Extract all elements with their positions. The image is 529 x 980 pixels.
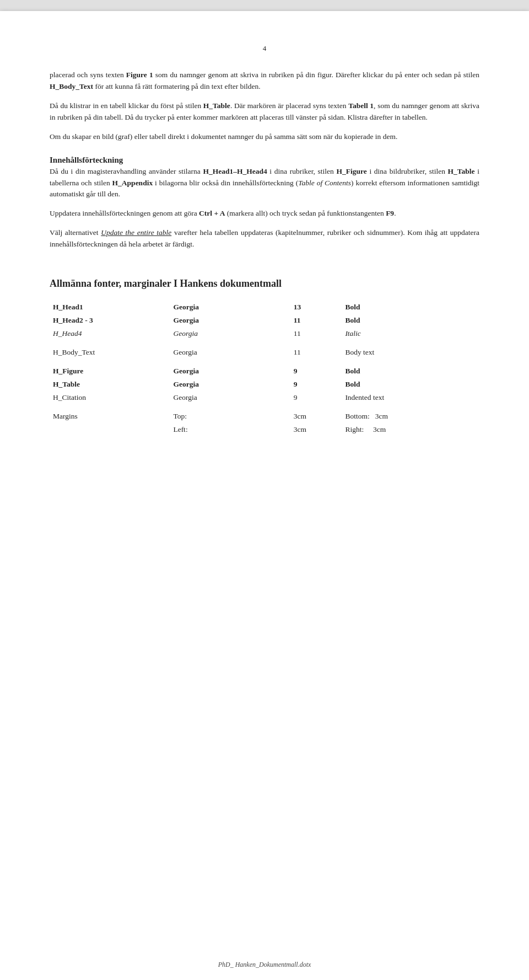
style-cell: H_Head2 - 3	[50, 314, 170, 327]
style-cell: H_Table	[50, 378, 170, 391]
margins-top-val: 3cm	[290, 404, 342, 423]
font-cell: Georgia	[170, 378, 290, 391]
font-cell: Georgia	[170, 327, 290, 340]
style-cell: H_Figure	[50, 359, 170, 378]
weight-cell: Bold	[342, 314, 479, 327]
page-number: 4	[50, 44, 479, 53]
section-heading-innehall: Innehållsförteckning	[50, 155, 479, 165]
size-cell: 9	[290, 378, 342, 391]
table-row-separator: H_Figure Georgia 9 Bold	[50, 359, 479, 378]
section-heading-text: Innehållsförteckning	[50, 156, 123, 164]
paragraph-6: Välj alternativet Update the entire tabl…	[50, 227, 479, 250]
table-row: H_Head1 Georgia 13 Bold	[50, 301, 479, 314]
weight-cell: Indented text	[342, 391, 479, 404]
table-row-separator: H_Body_Text Georgia 11 Body text	[50, 340, 479, 359]
margins-top-label: Top:	[170, 404, 290, 423]
weight-cell: Italic	[342, 327, 479, 340]
footer: PhD_ Hanken_Dokumentmall.dotx	[0, 961, 529, 969]
margins-left-val: 3cm	[290, 423, 342, 436]
table-row: H_Head4 Georgia 11 Italic	[50, 327, 479, 340]
font-cell: Georgia	[170, 391, 290, 404]
style-cell: H_Citation	[50, 391, 170, 404]
style-cell: H_Body_Text	[50, 340, 170, 359]
size-cell: 9	[290, 391, 342, 404]
style-cell: H_Head4	[50, 327, 170, 340]
document-page: 4 placerad och syns texten Figure 1 som …	[0, 11, 529, 980]
style-cell: H_Head1	[50, 301, 170, 314]
margins-label: Margins	[50, 404, 170, 423]
table-row: H_Table Georgia 9 Bold	[50, 378, 479, 391]
margins-empty	[50, 423, 170, 436]
margins-left-label: Left:	[170, 423, 290, 436]
font-cell: Georgia	[170, 340, 290, 359]
margins-right: Right: 3cm	[342, 423, 479, 436]
size-cell: 11	[290, 340, 342, 359]
table-row: H_Head2 - 3 Georgia 11 Bold	[50, 314, 479, 327]
paragraph-1: placerad och syns texten Figure 1 som du…	[50, 69, 479, 93]
font-cell: Georgia	[170, 301, 290, 314]
paragraph-3: Om du skapar en bild (graf) eller tabell…	[50, 131, 479, 143]
margins-row-2: Left: 3cm Right: 3cm	[50, 423, 479, 436]
margins-row: Margins Top: 3cm Bottom: 3cm	[50, 404, 479, 423]
font-cell: Georgia	[170, 314, 290, 327]
weight-cell: Bold	[342, 378, 479, 391]
font-cell: Georgia	[170, 359, 290, 378]
paragraph-5: Uppdatera innehållsförteckningen genom a…	[50, 208, 479, 219]
paragraph-2: Då du klistrar in en tabell klickar du f…	[50, 100, 479, 124]
weight-cell: Body text	[342, 340, 479, 359]
size-cell: 11	[290, 327, 342, 340]
paragraph-4: Då du i din magisteravhandling använder …	[50, 166, 479, 201]
weight-cell: Bold	[342, 359, 479, 378]
weight-cell: Bold	[342, 301, 479, 314]
size-cell: 13	[290, 301, 342, 314]
table-row: H_Citation Georgia 9 Indented text	[50, 391, 479, 404]
font-table: H_Head1 Georgia 13 Bold H_Head2 - 3 Geor…	[50, 301, 479, 436]
main-heading: Allmänna fonter, marginaler I Hankens do…	[50, 278, 479, 290]
margins-bottom: Bottom: 3cm	[342, 404, 479, 423]
size-cell: 9	[290, 359, 342, 378]
size-cell: 11	[290, 314, 342, 327]
